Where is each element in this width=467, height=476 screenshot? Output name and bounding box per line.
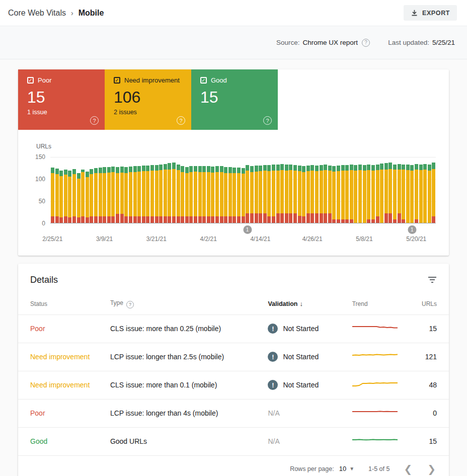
chart-bar[interactable]	[423, 164, 427, 223]
chart-bar[interactable]	[137, 166, 141, 223]
chart-bar[interactable]	[371, 165, 375, 223]
chart-bar[interactable]	[306, 166, 310, 223]
row-status[interactable]: Need improvement	[18, 371, 110, 399]
summary-card-need-improvement[interactable]: ✓Need improvement1062 issues?	[105, 69, 191, 130]
checkbox-checked-icon[interactable]: ✓	[114, 77, 120, 84]
chart-bar[interactable]	[202, 166, 206, 223]
chart-bar[interactable]	[124, 167, 128, 223]
chart-bar[interactable]	[242, 168, 245, 223]
chart-bar[interactable]	[103, 167, 106, 223]
summary-card-good[interactable]: ✓Good15?	[191, 69, 278, 130]
chart-bar[interactable]	[232, 168, 236, 223]
chart-bar[interactable]	[55, 169, 59, 223]
chart-bar[interactable]	[77, 173, 81, 223]
chart-bar[interactable]	[428, 165, 431, 223]
chart-bar[interactable]	[99, 168, 102, 223]
card-help-icon[interactable]: ?	[263, 116, 272, 125]
chart-bar[interactable]	[159, 165, 163, 223]
row-status[interactable]: Need improvement	[18, 343, 110, 371]
chart-bar[interactable]	[129, 167, 132, 223]
chart-bar[interactable]	[393, 165, 397, 223]
row-type[interactable]: LCP issue: longer than 4s (mobile)	[110, 399, 268, 427]
next-page-button[interactable]: ❯	[427, 464, 436, 474]
chart-bar[interactable]	[280, 164, 284, 223]
chart-bar[interactable]	[111, 167, 115, 223]
chart-bar[interactable]	[289, 165, 292, 223]
chart-bar[interactable]	[220, 166, 223, 223]
chart-bar[interactable]	[68, 171, 71, 223]
chart-bar[interactable]	[86, 172, 89, 223]
chart-bar[interactable]	[293, 165, 297, 223]
chart-bar[interactable]	[410, 165, 414, 223]
chart-bar[interactable]	[285, 165, 288, 223]
export-button[interactable]: EXPORT	[404, 5, 457, 21]
chart-bar[interactable]	[276, 165, 280, 223]
chart-bar[interactable]	[51, 168, 54, 223]
chart-bar[interactable]	[384, 163, 388, 223]
chart-bar[interactable]	[116, 167, 119, 223]
chart-bar[interactable]	[120, 167, 124, 223]
chart-bar[interactable]	[398, 164, 401, 223]
chart-bar[interactable]	[94, 168, 98, 223]
filter-icon[interactable]	[428, 277, 437, 284]
header-validation[interactable]: Validation↓	[268, 294, 352, 314]
chart-bar[interactable]	[228, 167, 232, 223]
table-row[interactable]: Need improvementCLS issue: more than 0.1…	[18, 371, 449, 399]
chart-bar[interactable]	[432, 163, 435, 223]
breadcrumb-core-web-vitals[interactable]: Core Web Vitals	[8, 9, 66, 18]
chart-bar[interactable]	[324, 165, 327, 223]
chart-bar[interactable]	[172, 163, 176, 223]
chart-bar[interactable]	[259, 166, 262, 223]
table-row[interactable]: PoorCLS issue: more than 0.25 (mobile)!N…	[18, 314, 449, 343]
chart-bar[interactable]	[150, 165, 154, 223]
chart-bar[interactable]	[168, 163, 171, 223]
chart-bar[interactable]	[237, 168, 241, 223]
source-help-icon[interactable]: ?	[362, 39, 370, 47]
chart-bar[interactable]	[302, 166, 305, 223]
chart-bar[interactable]	[194, 166, 197, 223]
chart-bar[interactable]	[142, 166, 145, 223]
row-status[interactable]: Poor	[18, 399, 110, 427]
chart-bar[interactable]	[358, 165, 362, 223]
card-help-icon[interactable]: ?	[90, 116, 99, 125]
chart-bar[interactable]	[81, 170, 85, 223]
chart-bar[interactable]	[146, 166, 149, 223]
chart-bar[interactable]	[211, 167, 214, 223]
row-status[interactable]: Poor	[18, 314, 110, 343]
row-type[interactable]: Good URLs	[110, 427, 268, 455]
chart-bar[interactable]	[363, 165, 366, 223]
chart-bar[interactable]	[207, 166, 210, 223]
chart-bar[interactable]	[320, 165, 323, 223]
chart-bar[interactable]	[164, 164, 167, 223]
chart-bar[interactable]	[415, 164, 418, 223]
chart-bar[interactable]	[224, 167, 227, 223]
chart-bar[interactable]	[337, 166, 340, 223]
chart-bar[interactable]	[267, 165, 271, 223]
chart-bar[interactable]	[332, 166, 336, 223]
chart-bar[interactable]	[155, 165, 159, 223]
checkbox-checked-icon[interactable]: ✓	[27, 77, 34, 84]
chart-bar[interactable]	[367, 165, 370, 223]
chart-bar[interactable]	[380, 164, 383, 223]
rows-per-page-select[interactable]: 10 ▼	[339, 465, 354, 472]
chart-bar[interactable]	[198, 166, 202, 223]
checkbox-checked-icon[interactable]: ✓	[200, 77, 207, 84]
chart-bar[interactable]	[246, 165, 249, 223]
chart-bar[interactable]	[64, 170, 67, 223]
chart-bar[interactable]	[388, 163, 392, 223]
chart-bar[interactable]	[107, 167, 111, 223]
chart-bar[interactable]	[133, 166, 137, 223]
chart-bar[interactable]	[350, 165, 353, 223]
chart-bar[interactable]	[263, 165, 267, 223]
table-row[interactable]: GoodGood URLsN/A15	[18, 427, 449, 455]
chart-bar[interactable]	[341, 165, 345, 223]
chart-bar[interactable]	[59, 171, 63, 223]
chart-bar[interactable]	[298, 166, 301, 223]
type-help-icon[interactable]: ?	[126, 301, 134, 308]
chart-bar[interactable]	[402, 165, 405, 223]
row-type[interactable]: LCP issue: longer than 2.5s (mobile)	[110, 343, 268, 371]
chart-bar[interactable]	[310, 165, 314, 223]
chart-annotation-marker[interactable]: 1	[408, 225, 416, 234]
chart-bar[interactable]	[181, 166, 184, 223]
chart-bar[interactable]	[90, 169, 93, 223]
